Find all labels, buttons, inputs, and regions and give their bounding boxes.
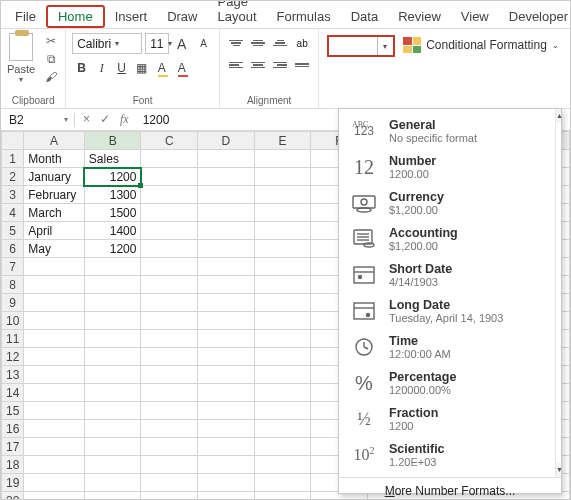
copy-icon[interactable]: ⧉ [43,51,59,67]
font-color-button[interactable]: A [172,58,191,78]
format-option-general[interactable]: ABC123GeneralNo specific format [339,113,555,149]
cell[interactable] [141,258,198,276]
row-header[interactable]: 14 [2,384,24,402]
cell[interactable] [84,384,141,402]
cell[interactable] [198,420,255,438]
name-box[interactable]: B2 ▾ [1,113,75,127]
tab-formulas[interactable]: Formulas [267,5,341,28]
tab-developer[interactable]: Developer [499,5,571,28]
cell[interactable] [254,240,311,258]
cell[interactable] [141,348,198,366]
row-header[interactable]: 2 [2,168,24,186]
increase-font-button[interactable]: A [172,34,191,54]
format-option-percentage[interactable]: %Percentage120000.00% [339,365,555,401]
cell[interactable] [254,492,311,501]
align-center-button[interactable] [248,55,268,75]
font-name-select[interactable]: Calibri▾ [72,33,142,54]
col-header-a[interactable]: A [24,132,85,150]
cell[interactable] [141,294,198,312]
cell[interactable]: May [24,240,85,258]
format-option-scientific[interactable]: 102Scientific1.20E+03 [339,437,555,473]
row-header[interactable]: 3 [2,186,24,204]
row-header[interactable]: 16 [2,420,24,438]
cell[interactable] [84,276,141,294]
cell[interactable] [198,330,255,348]
cell[interactable]: April [24,222,85,240]
cell[interactable]: 1500 [84,204,141,222]
cell[interactable] [24,312,85,330]
cell[interactable] [198,186,255,204]
enter-formula-icon[interactable]: ✓ [100,112,110,127]
cell[interactable] [141,420,198,438]
cell[interactable] [24,330,85,348]
cell[interactable]: 1300 [84,186,141,204]
font-size-select[interactable]: 11▾ [145,33,169,54]
cell[interactable] [84,312,141,330]
cell[interactable] [141,384,198,402]
cell[interactable] [141,330,198,348]
cell[interactable] [198,258,255,276]
cell[interactable] [198,492,255,501]
cell[interactable] [84,402,141,420]
format-option-number[interactable]: 12Number1200.00 [339,149,555,185]
decrease-font-button[interactable]: A [194,34,213,54]
cell[interactable]: 1200 [84,168,141,186]
cell[interactable] [198,168,255,186]
col-header-c[interactable]: C [141,132,198,150]
cell[interactable] [141,204,198,222]
row-header[interactable]: 7 [2,258,24,276]
row-header[interactable]: 9 [2,294,24,312]
cell[interactable] [198,276,255,294]
cell[interactable] [141,456,198,474]
format-option-short-date[interactable]: Short Date4/14/1903 [339,257,555,293]
format-option-accounting[interactable]: Accounting$1,200.00 [339,221,555,257]
cell[interactable]: 1200 [84,240,141,258]
cell[interactable] [24,492,85,501]
cell[interactable] [141,276,198,294]
cell[interactable] [24,294,85,312]
cell[interactable] [198,312,255,330]
row-header[interactable]: 19 [2,474,24,492]
cell[interactable] [198,438,255,456]
select-all-corner[interactable] [2,132,24,150]
tab-data[interactable]: Data [341,5,388,28]
cell[interactable] [141,438,198,456]
cell[interactable]: 1400 [84,222,141,240]
cell[interactable] [254,330,311,348]
cell[interactable] [24,348,85,366]
cell[interactable] [141,366,198,384]
cell[interactable] [84,294,141,312]
cell[interactable] [254,150,311,168]
row-header[interactable]: 12 [2,348,24,366]
align-top-button[interactable] [226,33,246,53]
cell[interactable] [141,402,198,420]
row-header[interactable]: 10 [2,312,24,330]
underline-button[interactable]: U [112,58,131,78]
format-option-fraction[interactable]: ½Fraction1200 [339,401,555,437]
tab-file[interactable]: File [5,5,46,28]
cell[interactable] [84,492,141,501]
cell[interactable] [24,438,85,456]
cell[interactable] [198,240,255,258]
paste-button[interactable]: Paste ▾ [7,33,35,84]
cell[interactable]: Sales [84,150,141,168]
row-header[interactable]: 8 [2,276,24,294]
scrollbar[interactable]: ▲ ▼ [555,109,561,477]
cell[interactable] [24,456,85,474]
cancel-formula-icon[interactable]: × [83,112,90,127]
cell[interactable]: March [24,204,85,222]
fill-color-button[interactable]: A [152,58,171,78]
cell[interactable] [254,276,311,294]
row-header[interactable]: 18 [2,456,24,474]
col-header-d[interactable]: D [198,132,255,150]
cell[interactable] [198,384,255,402]
cut-icon[interactable]: ✂ [43,33,59,49]
scroll-down-icon[interactable]: ▼ [556,463,561,477]
row-header[interactable]: 1 [2,150,24,168]
col-header-b[interactable]: B [84,132,141,150]
cell[interactable] [141,240,198,258]
fx-icon[interactable]: fx [120,112,129,127]
cell[interactable] [198,366,255,384]
tab-view[interactable]: View [451,5,499,28]
more-number-formats-button[interactable]: More Number Formats... [339,477,561,500]
